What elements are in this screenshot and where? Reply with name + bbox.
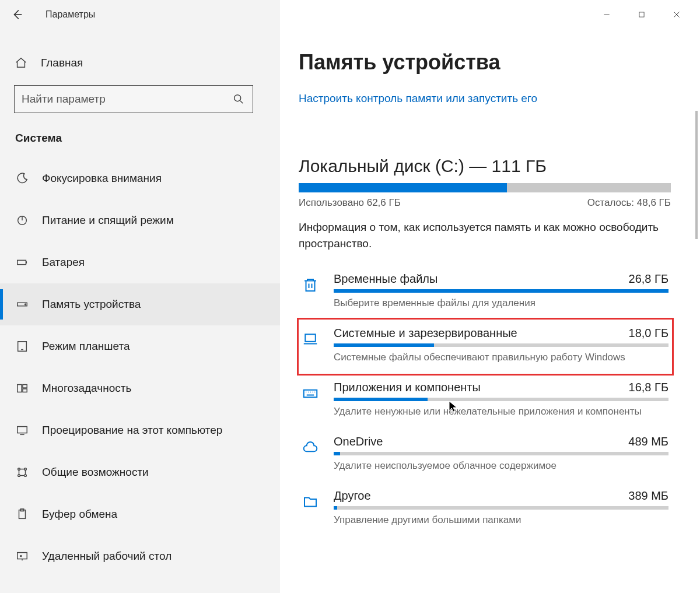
svg-rect-3 bbox=[18, 260, 26, 264]
svg-rect-9 bbox=[23, 389, 27, 392]
disk-usage-fill bbox=[299, 183, 507, 192]
sidebar-item-label: Общие возможности bbox=[42, 466, 149, 479]
keyboard-icon bbox=[299, 382, 322, 405]
sidebar-item-projecting[interactable]: Проецирование на этот компьютер bbox=[0, 409, 280, 451]
sidebar-item-label: Память устройства bbox=[42, 298, 141, 311]
category-bar bbox=[334, 506, 668, 510]
category-sub: Удалите ненужные или нежелательные прило… bbox=[334, 406, 668, 417]
tablet-icon bbox=[15, 339, 29, 353]
sidebar-item-label: Удаленный рабочий стол bbox=[42, 550, 172, 563]
configure-storage-sense-link[interactable]: Настроить контроль памяти или запустить … bbox=[299, 92, 677, 105]
search-box[interactable] bbox=[14, 85, 253, 113]
category-size: 16,8 ГБ bbox=[629, 381, 668, 394]
cloud-icon bbox=[299, 436, 322, 459]
disk-heading: Локальный диск (C:) — 111 ГБ bbox=[299, 156, 677, 176]
project-icon bbox=[15, 423, 29, 437]
storage-icon bbox=[15, 297, 29, 311]
trash-icon bbox=[299, 273, 322, 297]
category-size: 489 МБ bbox=[628, 435, 668, 448]
scrollbar[interactable] bbox=[691, 111, 698, 593]
category-title: OneDrive bbox=[334, 435, 383, 448]
category-title: Системные и зарезервированные bbox=[334, 327, 517, 340]
search-icon bbox=[232, 92, 246, 106]
svg-point-12 bbox=[24, 468, 27, 471]
sidebar-item-remote-desktop[interactable]: Удаленный рабочий стол bbox=[0, 535, 280, 577]
category-other[interactable]: Другое389 МБ Управление другими большими… bbox=[299, 482, 672, 536]
category-size: 389 МБ bbox=[628, 489, 668, 503]
sidebar-item-power-sleep[interactable]: Питание и спящий режим bbox=[0, 199, 280, 241]
category-title: Приложения и компоненты bbox=[334, 381, 481, 394]
window-title: Параметры bbox=[46, 9, 95, 20]
sidebar-item-clipboard[interactable]: Буфер обмена bbox=[0, 493, 280, 535]
svg-point-14 bbox=[24, 475, 27, 477]
svg-rect-8 bbox=[23, 385, 27, 388]
category-bar bbox=[334, 452, 668, 455]
clipboard-icon bbox=[15, 507, 29, 521]
maximize-button[interactable] bbox=[624, 3, 659, 26]
sidebar-item-label: Режим планшета bbox=[42, 340, 130, 353]
used-label: Использовано 62,6 ГБ bbox=[299, 197, 401, 209]
sidebar-item-battery[interactable]: Батарея bbox=[0, 241, 280, 283]
page-title: Память устройства bbox=[299, 50, 677, 75]
home-label: Главная bbox=[41, 57, 83, 69]
category-bar bbox=[334, 343, 668, 347]
svg-rect-19 bbox=[304, 390, 317, 398]
sidebar: Главная Система Фокусировка внимания Пит… bbox=[0, 29, 280, 593]
category-sub: Выберите временные файлы для удаления bbox=[334, 297, 668, 309]
category-onedrive[interactable]: OneDrive489 МБ Удалите неиспользуемое об… bbox=[299, 428, 672, 482]
sidebar-item-label: Батарея bbox=[42, 256, 85, 269]
category-bar bbox=[334, 398, 668, 401]
svg-rect-17 bbox=[18, 553, 27, 559]
svg-rect-10 bbox=[18, 427, 27, 433]
sidebar-item-shared-experiences[interactable]: Общие возможности bbox=[0, 451, 280, 493]
disk-usage-bar bbox=[299, 183, 671, 192]
sidebar-item-multitasking[interactable]: Многозадачность bbox=[0, 367, 280, 409]
category-apps[interactable]: Приложения и компоненты16,8 ГБ Удалите н… bbox=[299, 374, 672, 428]
sidebar-item-label: Многозадачность bbox=[42, 382, 131, 395]
section-label: Система bbox=[0, 117, 280, 157]
category-size: 26,8 ГБ bbox=[629, 272, 668, 286]
sidebar-item-tablet-mode[interactable]: Режим планшета bbox=[0, 325, 280, 367]
home-icon bbox=[14, 56, 28, 70]
sidebar-item-label: Буфер обмена bbox=[42, 508, 117, 521]
category-size: 18,0 ГБ bbox=[629, 327, 668, 340]
sidebar-item-label: Проецирование на этот компьютер bbox=[42, 424, 222, 437]
storage-description: Информация о том, как используется памят… bbox=[299, 219, 660, 251]
disk-usage-row: Использовано 62,6 ГБ Осталось: 48,6 ГБ bbox=[299, 197, 671, 209]
svg-point-11 bbox=[18, 468, 20, 471]
share-icon bbox=[15, 465, 29, 479]
sidebar-item-label: Фокусировка внимания bbox=[42, 172, 162, 185]
svg-point-1 bbox=[235, 95, 241, 101]
svg-rect-7 bbox=[18, 385, 22, 392]
laptop-icon bbox=[299, 328, 322, 351]
svg-rect-18 bbox=[305, 334, 316, 342]
home-link[interactable]: Главная bbox=[0, 47, 280, 79]
multitask-icon bbox=[15, 381, 29, 395]
category-title: Другое bbox=[334, 489, 371, 503]
scrollbar-thumb[interactable] bbox=[695, 111, 698, 239]
titlebar: Параметры bbox=[0, 0, 700, 29]
minimize-button[interactable] bbox=[589, 3, 624, 26]
category-title: Временные файлы bbox=[334, 272, 438, 286]
category-bar bbox=[334, 289, 668, 293]
battery-icon bbox=[15, 255, 29, 269]
sidebar-item-focus-assist[interactable]: Фокусировка внимания bbox=[0, 157, 280, 199]
category-sub: Удалите неиспользуемое облачное содержим… bbox=[334, 460, 668, 472]
remaining-label: Осталось: 48,6 ГБ bbox=[587, 197, 671, 209]
search-input[interactable] bbox=[22, 93, 232, 106]
moon-icon bbox=[15, 171, 29, 185]
search-container bbox=[0, 82, 280, 117]
power-icon bbox=[15, 213, 29, 227]
category-system-reserved[interactable]: Системные и зарезервированные18,0 ГБ Сис… bbox=[299, 320, 672, 374]
folder-icon bbox=[299, 490, 322, 514]
category-temp-files[interactable]: Временные файлы26,8 ГБ Выберите временны… bbox=[299, 265, 672, 320]
sidebar-item-label: Питание и спящий режим bbox=[42, 214, 174, 227]
close-button[interactable] bbox=[659, 3, 694, 26]
svg-point-5 bbox=[25, 304, 26, 305]
category-sub: Системные файлы обеспечивают правильную … bbox=[334, 352, 668, 363]
svg-point-13 bbox=[18, 475, 20, 477]
remote-icon bbox=[15, 549, 29, 563]
back-button[interactable] bbox=[6, 3, 29, 26]
window-controls bbox=[589, 3, 694, 26]
sidebar-item-storage[interactable]: Память устройства bbox=[0, 283, 280, 325]
